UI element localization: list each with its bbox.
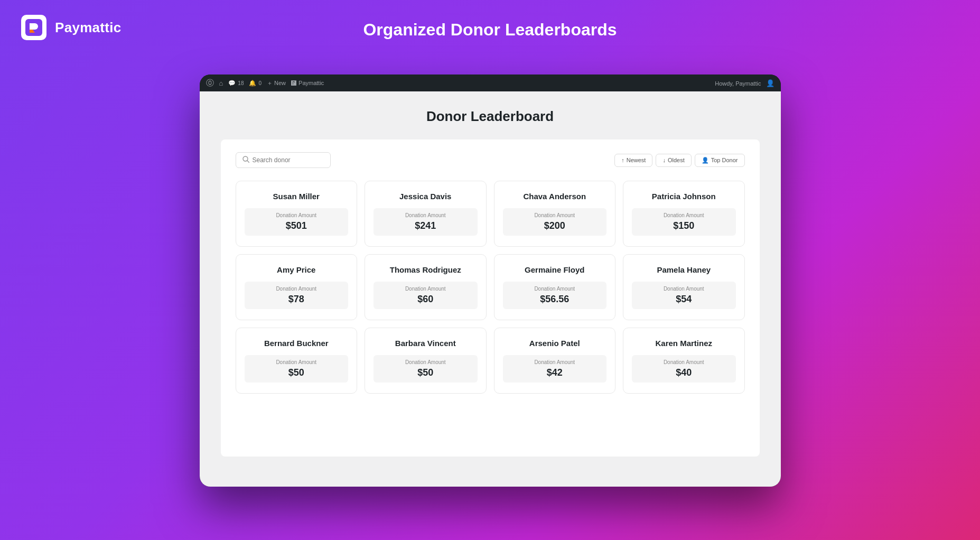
donation-amount: $50	[251, 367, 342, 378]
wp-bar-left: ⓪ ⌂ 💬 18 🔔 0 ＋ New 🅿 Paymattic	[206, 78, 710, 88]
donor-card[interactable]: Thomas Rodriguez Donation Amount $60	[365, 254, 487, 320]
top-donor-label: Top Donor	[711, 157, 738, 163]
donation-label-wrapper: Donation Amount $54	[632, 282, 736, 309]
comment-icon: 💬	[228, 80, 236, 87]
oldest-icon: ↓	[662, 157, 666, 163]
donation-amount: $241	[380, 220, 471, 231]
oldest-filter-button[interactable]: ↓ Oldest	[656, 154, 691, 167]
donation-label-wrapper: Donation Amount $42	[503, 355, 607, 383]
donor-card[interactable]: Barbara Vincent Donation Amount $50	[365, 328, 487, 394]
top-donor-icon: 👤	[702, 157, 709, 164]
donor-card[interactable]: Amy Price Donation Amount $78	[236, 254, 358, 320]
donation-label: Donation Amount	[509, 359, 601, 365]
donor-name: Barbara Vincent	[374, 339, 478, 348]
updates-icon: 🔔	[249, 80, 256, 87]
paymattic-logo	[21, 15, 46, 40]
donation-amount: $50	[380, 367, 471, 378]
donor-card[interactable]: Susan Miller Donation Amount $501	[236, 181, 358, 247]
donation-label: Donation Amount	[509, 212, 601, 218]
page-headline: Organized Donor Leaderboards	[363, 20, 617, 40]
wp-updates-count: 0	[258, 80, 262, 86]
filter-buttons: ↑ Newest ↓ Oldest 👤 Top Donor	[614, 154, 744, 167]
donation-amount: $501	[251, 220, 342, 231]
newest-label: Newest	[627, 157, 646, 163]
donor-card[interactable]: Bernard Buckner Donation Amount $50	[236, 328, 358, 394]
donor-card[interactable]: Pamela Haney Donation Amount $54	[623, 254, 745, 320]
donor-grid: Susan Miller Donation Amount $501 Jessic…	[236, 181, 745, 394]
filter-bar: ↑ Newest ↓ Oldest 👤 Top Donor	[236, 152, 745, 168]
wp-admin-bar: ⓪ ⌂ 💬 18 🔔 0 ＋ New 🅿 Paymattic	[200, 75, 781, 91]
paymattic-bar-label: Paymattic	[298, 80, 324, 86]
donor-name: Arsenio Patel	[503, 339, 607, 348]
new-label: New	[274, 80, 286, 86]
device-frame: ⓪ ⌂ 💬 18 🔔 0 ＋ New 🅿 Paymattic	[200, 75, 781, 487]
plus-icon: ＋	[267, 79, 273, 87]
donation-label-wrapper: Donation Amount $200	[503, 208, 607, 236]
wp-comments-item[interactable]: 💬 18	[228, 80, 244, 87]
wp-home-icon[interactable]: ⌂	[219, 79, 223, 87]
oldest-label: Oldest	[668, 157, 685, 163]
donation-label: Donation Amount	[251, 359, 342, 365]
donation-label: Donation Amount	[251, 212, 342, 218]
donor-name: Germaine Floyd	[503, 265, 607, 274]
donation-label: Donation Amount	[638, 359, 730, 365]
donation-amount: $54	[638, 294, 730, 305]
donor-card[interactable]: Jessica Davis Donation Amount $241	[365, 181, 487, 247]
newest-filter-button[interactable]: ↑ Newest	[614, 154, 652, 167]
donor-name: Jessica Davis	[374, 192, 478, 201]
donor-name: Amy Price	[245, 265, 349, 274]
donation-label: Donation Amount	[638, 286, 730, 292]
donation-label-wrapper: Donation Amount $501	[245, 208, 349, 236]
donation-label: Donation Amount	[380, 286, 471, 292]
donation-amount: $56.56	[509, 294, 601, 305]
top-donor-filter-button[interactable]: 👤 Top Donor	[695, 154, 745, 167]
leaderboard-container: ↑ Newest ↓ Oldest 👤 Top Donor Susan Mill	[221, 139, 760, 457]
search-input[interactable]	[253, 156, 324, 164]
donation-label-wrapper: Donation Amount $150	[632, 208, 736, 236]
donor-name: Susan Miller	[245, 192, 349, 201]
donation-label: Donation Amount	[251, 286, 342, 292]
donor-name: Chava Anderson	[503, 192, 607, 201]
donation-label: Donation Amount	[509, 286, 601, 292]
brand-name: Paymattic	[55, 20, 122, 36]
donation-label-wrapper: Donation Amount $50	[245, 355, 349, 383]
donor-card[interactable]: Germaine Floyd Donation Amount $56.56	[494, 254, 616, 320]
wp-logo-icon[interactable]: ⓪	[206, 78, 214, 88]
donation-amount: $78	[251, 294, 342, 305]
donor-card[interactable]: Karen Martinez Donation Amount $40	[623, 328, 745, 394]
newest-icon: ↑	[621, 157, 624, 163]
donor-name: Patricia Johnson	[632, 192, 736, 201]
donation-label-wrapper: Donation Amount $78	[245, 282, 349, 309]
search-wrapper[interactable]	[236, 152, 331, 168]
donation-label: Donation Amount	[638, 212, 730, 218]
donation-label-wrapper: Donation Amount $40	[632, 355, 736, 383]
donor-card[interactable]: Chava Anderson Donation Amount $200	[494, 181, 616, 247]
donation-amount: $60	[380, 294, 471, 305]
donor-name: Thomas Rodriguez	[374, 265, 478, 274]
page-title: Donor Leaderboard	[221, 108, 760, 125]
donation-label-wrapper: Donation Amount $50	[374, 355, 478, 383]
donation-label: Donation Amount	[380, 359, 471, 365]
donation-amount: $40	[638, 367, 730, 378]
donor-card[interactable]: Patricia Johnson Donation Amount $150	[623, 181, 745, 247]
search-icon	[242, 156, 249, 164]
donation-amount: $200	[509, 220, 601, 231]
wp-updates-item[interactable]: 🔔 0	[249, 80, 262, 87]
wp-avatar-icon[interactable]: 👤	[766, 79, 774, 87]
donation-label-wrapper: Donation Amount $60	[374, 282, 478, 309]
donor-name: Pamela Haney	[632, 265, 736, 274]
donor-name: Karen Martinez	[632, 339, 736, 348]
donation-amount: $42	[509, 367, 601, 378]
wp-new-button[interactable]: ＋ New	[267, 79, 286, 87]
donor-name: Bernard Buckner	[245, 339, 349, 348]
donor-card[interactable]: Arsenio Patel Donation Amount $42	[494, 328, 616, 394]
svg-line-2	[247, 161, 249, 163]
howdy-text: Howdy, Paymattic	[715, 80, 761, 87]
wp-bar-right: Howdy, Paymattic 👤	[715, 79, 774, 87]
main-content: Donor Leaderboard ↑ Newest	[200, 91, 781, 487]
donation-label-wrapper: Donation Amount $241	[374, 208, 478, 236]
wp-paymattic-link[interactable]: 🅿 Paymattic	[291, 80, 324, 86]
donation-label-wrapper: Donation Amount $56.56	[503, 282, 607, 309]
wp-comments-count: 18	[238, 80, 244, 86]
donation-label: Donation Amount	[380, 212, 471, 218]
